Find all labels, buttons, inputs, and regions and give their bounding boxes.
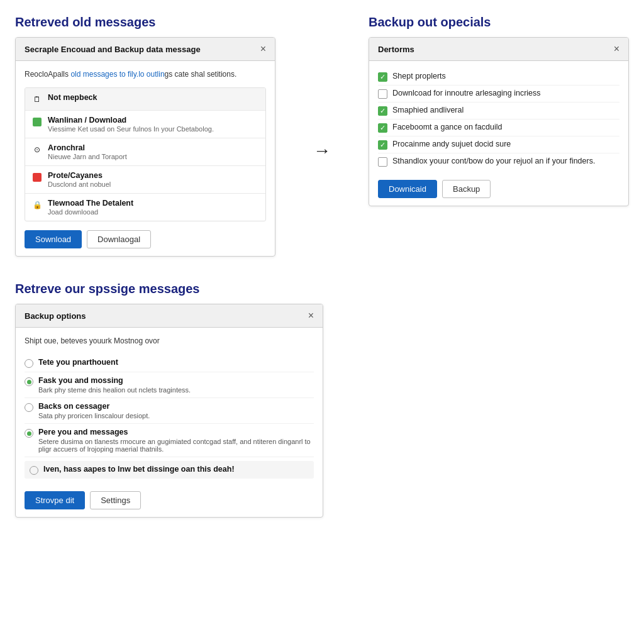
item-sublabel: Nieuwe Jarn and Toraport: [48, 153, 127, 160]
arrow-connector: →: [313, 141, 331, 161]
option-list: 🗒 Not mepbeck Wanlinan / Download Viessi…: [25, 87, 266, 221]
list-item[interactable]: 🗒 Not mepbeck: [25, 88, 265, 111]
radio-label: Pere you and messages: [38, 428, 314, 436]
radio-item[interactable]: Tete you pnarthouent: [25, 354, 314, 372]
top-right-card-header: Dertorms ×: [369, 38, 628, 61]
list-item[interactable]: 🔒 Tlewnoad The Detalent Joad downlooad: [25, 194, 265, 221]
top-section: Retreved old messages Secraple Encouad a…: [15, 15, 629, 257]
top-right-primary-btn[interactable]: Downicaid: [378, 180, 437, 198]
checkbox-label: Shept proplerts: [392, 72, 446, 80]
radio-sublabel: Setere dusima on tlanests rmocure an gug…: [38, 438, 314, 453]
checkbox-list: ✓ Shept proplerts Downlcoad for innoutre…: [378, 69, 619, 170]
top-left-primary-btn[interactable]: Sownload: [25, 230, 82, 248]
bottom-left-card-header: Backup options ×: [16, 304, 323, 328]
bottom-left-section: Retreve our spssige messages Backup opti…: [15, 282, 323, 518]
arrow-right-icon: →: [313, 141, 331, 161]
list-item[interactable]: Wanlinan / Download Viessime Ket usad on…: [25, 111, 265, 138]
top-left-section: Retreved old messages Secraple Encouad a…: [15, 15, 275, 257]
color-icon: [31, 116, 43, 128]
radio-label: Iven, hass aapes to lnw bet dissinge oan…: [43, 465, 235, 474]
top-left-card: Secraple Encouad and Backup data message…: [15, 37, 275, 257]
top-right-card: Dertorms × ✓ Shept proplerts Downlcoad f…: [369, 37, 629, 206]
radio-item[interactable]: Fask you and mossing Bark phy steme dnis…: [25, 372, 314, 398]
top-right-card-title: Dertorms: [378, 45, 414, 54]
top-left-card-body: ReocloApalls old messages to fily.lo out…: [16, 61, 275, 256]
top-right-close-button[interactable]: ×: [614, 44, 619, 54]
item-sublabel: Joad downlooad: [48, 208, 133, 216]
circle-icon: ⊙: [31, 144, 43, 155]
radio-item[interactable]: Pere you and messages Setere dusima on t…: [25, 424, 314, 457]
radio-unchecked-icon[interactable]: [25, 359, 33, 368]
radio-unchecked-icon[interactable]: [25, 403, 33, 412]
top-right-card-body: ✓ Shept proplerts Downlcoad for innoutre…: [369, 61, 628, 206]
bottom-left-close-button[interactable]: ×: [308, 311, 314, 321]
checkbox-checked-icon[interactable]: ✓: [378, 123, 387, 133]
bottom-left-card: Backup options × Shipt oue, beteves youu…: [15, 304, 323, 518]
item-label: Not mepbeck: [48, 93, 97, 102]
item-label: Wanlinan / Download: [48, 116, 214, 125]
checkbox-item[interactable]: ✓ Smaphied andliveral: [378, 103, 619, 119]
checkbox-label: Procainme andy sujuet docid sure: [392, 140, 511, 148]
bottom-left-description: Shipt oue, beteves youurk Mostnog ovor: [25, 335, 314, 347]
item-sublabel: Dusclond ant nobuel: [48, 180, 111, 188]
doc-icon: 🗒: [31, 94, 43, 105]
checkbox-unchecked-icon[interactable]: [378, 89, 387, 99]
bottom-left-secondary-btn[interactable]: Settings: [90, 491, 141, 509]
bottom-left-title: Retreve our spssige messages: [15, 282, 323, 296]
description-link[interactable]: old messages to fily.lo outlin: [70, 70, 164, 79]
top-left-btn-row: Sownload Downlaogal: [25, 230, 266, 248]
top-right-section: Backup out opecials Dertorms × ✓ Shept p…: [369, 15, 629, 206]
checkbox-label: Downlcoad for innoutre arlesaging incrie…: [392, 89, 541, 97]
checkbox-item[interactable]: ✓ Shept proplerts: [378, 69, 619, 86]
checkbox-item[interactable]: ✓ Procainme andy sujuet docid sure: [378, 136, 619, 153]
top-right-secondary-btn[interactable]: Backup: [442, 180, 491, 198]
item-label: Prote/Cayanes: [48, 171, 111, 180]
radio-label: Tete you pnarthouent: [38, 358, 118, 367]
top-left-secondary-btn[interactable]: Downlaogal: [87, 230, 151, 248]
checkbox-unchecked-icon[interactable]: [378, 157, 387, 167]
radio-label: Backs on cessager: [38, 402, 150, 411]
checkbox-checked-icon[interactable]: ✓: [378, 106, 387, 116]
bottom-left-primary-btn[interactable]: Strovpe dit: [25, 491, 85, 509]
checkbox-item[interactable]: Downlcoad for innoutre arlesaging incrie…: [378, 86, 619, 103]
top-left-card-title: Secraple Encouad and Backup data message: [25, 45, 201, 54]
radio-item[interactable]: Iven, hass aapes to lnw bet dissinge oan…: [25, 457, 314, 482]
checkbox-item[interactable]: Sthandlox youur cont/bow do your rejuol …: [378, 153, 619, 170]
checkbox-checked-icon[interactable]: ✓: [378, 140, 387, 150]
radio-label: Fask you and mossing: [38, 376, 191, 385]
checkbox-label: Smaphied andliveral: [392, 106, 464, 114]
checkbox-checked-icon[interactable]: ✓: [378, 72, 387, 82]
radio-unchecked-icon[interactable]: [30, 466, 38, 475]
bottom-left-btn-row: Strovpe dit Settings: [25, 491, 314, 509]
top-left-card-header: Secraple Encouad and Backup data message…: [16, 38, 275, 61]
list-item[interactable]: Prote/Cayanes Dusclond ant nobuel: [25, 166, 265, 194]
radio-item[interactable]: Backs on cessager Sata phy proricen lins…: [25, 398, 314, 424]
item-label: Tlewnoad The Detalent: [48, 199, 133, 208]
radio-checked-icon[interactable]: [25, 429, 33, 438]
top-left-close-button[interactable]: ×: [260, 44, 266, 54]
list-item[interactable]: ⊙ Aronchral Nieuwe Jarn and Toraport: [25, 138, 265, 166]
bottom-left-card-title: Backup options: [25, 311, 86, 321]
lock-icon: 🔒: [31, 199, 43, 211]
checkbox-label: Sthandlox youur cont/bow do your rejuol …: [392, 157, 595, 165]
checkbox-label: Faceboomt a gance on facduild: [392, 123, 502, 131]
top-right-btn-row: Downicaid Backup: [378, 180, 619, 198]
top-left-title: Retreved old messages: [15, 15, 275, 30]
checkbox-item[interactable]: ✓ Faceboomt a gance on facduild: [378, 119, 619, 136]
radio-list: Tete you pnarthouent Fask you and mossin…: [25, 354, 314, 482]
bottom-left-card-body: Shipt oue, beteves youurk Mostnog ovor T…: [16, 328, 323, 517]
top-left-description: ReocloApalls old messages to fily.lo out…: [25, 69, 266, 80]
red-icon: [31, 172, 43, 183]
radio-checked-icon[interactable]: [25, 377, 33, 386]
top-right-title: Backup out opecials: [369, 15, 629, 30]
radio-sublabel: Bark phy steme dnis healion out nclets t…: [38, 386, 191, 394]
radio-sublabel: Sata phy proricen linscalour desiopt.: [38, 412, 150, 419]
item-label: Aronchral: [48, 143, 127, 152]
item-sublabel: Viessime Ket usad on Seur fulnos In your…: [48, 125, 214, 133]
